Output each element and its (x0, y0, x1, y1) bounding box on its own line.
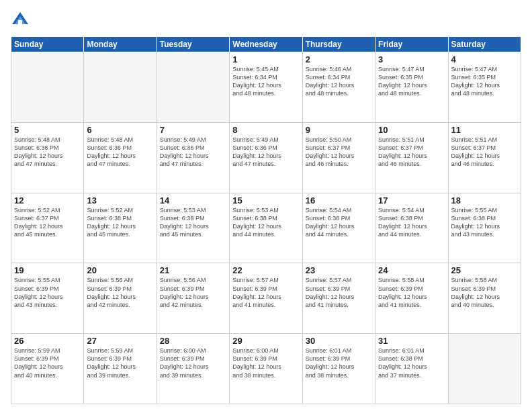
day-cell (11, 52, 84, 123)
day-cell: 25Sunrise: 5:58 AM Sunset: 6:39 PM Dayli… (448, 263, 521, 334)
day-info: Sunrise: 5:54 AM Sunset: 6:38 PM Dayligh… (378, 206, 445, 239)
day-number: 25 (451, 265, 518, 275)
day-number: 4 (451, 54, 518, 64)
header-friday: Friday (375, 37, 448, 52)
day-info: Sunrise: 5:49 AM Sunset: 6:36 PM Dayligh… (232, 136, 299, 169)
day-number: 9 (306, 125, 372, 135)
day-info: Sunrise: 5:52 AM Sunset: 6:38 PM Dayligh… (87, 206, 153, 239)
day-number: 6 (87, 125, 153, 135)
day-cell: 26Sunrise: 5:59 AM Sunset: 6:39 PM Dayli… (11, 334, 84, 404)
day-info: Sunrise: 5:57 AM Sunset: 6:39 PM Dayligh… (232, 276, 299, 309)
day-cell: 5Sunrise: 5:48 AM Sunset: 6:36 PM Daylig… (11, 122, 84, 193)
day-info: Sunrise: 5:50 AM Sunset: 6:37 PM Dayligh… (306, 136, 372, 169)
day-cell: 19Sunrise: 5:55 AM Sunset: 6:39 PM Dayli… (11, 263, 84, 334)
header-thursday: Thursday (302, 37, 375, 52)
day-info: Sunrise: 6:01 AM Sunset: 6:39 PM Dayligh… (306, 347, 372, 379)
day-cell: 24Sunrise: 5:58 AM Sunset: 6:39 PM Dayli… (375, 263, 448, 334)
day-number: 27 (87, 336, 153, 346)
day-cell (84, 52, 157, 123)
week-row-4: 19Sunrise: 5:55 AM Sunset: 6:39 PM Dayli… (11, 263, 521, 334)
day-cell (448, 334, 521, 404)
day-cell: 15Sunrise: 5:53 AM Sunset: 6:38 PM Dayli… (230, 193, 302, 263)
day-cell: 20Sunrise: 5:56 AM Sunset: 6:39 PM Dayli… (84, 263, 157, 334)
day-cell: 22Sunrise: 5:57 AM Sunset: 6:39 PM Dayli… (230, 263, 302, 334)
day-number: 10 (378, 125, 445, 135)
day-number: 2 (306, 54, 372, 64)
day-info: Sunrise: 5:52 AM Sunset: 6:37 PM Dayligh… (14, 206, 81, 239)
day-cell: 21Sunrise: 5:56 AM Sunset: 6:39 PM Dayli… (157, 263, 229, 334)
day-cell: 16Sunrise: 5:54 AM Sunset: 6:38 PM Dayli… (302, 193, 375, 263)
header-monday: Monday (84, 37, 157, 52)
day-number: 19 (14, 265, 81, 275)
day-info: Sunrise: 6:00 AM Sunset: 6:39 PM Dayligh… (232, 347, 299, 379)
day-cell: 30Sunrise: 6:01 AM Sunset: 6:39 PM Dayli… (302, 334, 375, 404)
day-number: 30 (306, 336, 372, 346)
logo-icon (11, 11, 30, 30)
header-sunday: Sunday (11, 37, 84, 52)
day-info: Sunrise: 5:51 AM Sunset: 6:37 PM Dayligh… (378, 136, 445, 169)
day-cell: 2Sunrise: 5:46 AM Sunset: 6:34 PM Daylig… (302, 52, 375, 123)
day-cell: 23Sunrise: 5:57 AM Sunset: 6:39 PM Dayli… (302, 263, 375, 334)
day-info: Sunrise: 5:58 AM Sunset: 6:39 PM Dayligh… (451, 276, 518, 309)
day-number: 8 (232, 125, 299, 135)
day-number: 14 (160, 195, 226, 205)
day-number: 16 (306, 195, 372, 205)
day-cell: 14Sunrise: 5:53 AM Sunset: 6:38 PM Dayli… (157, 193, 229, 263)
week-row-2: 5Sunrise: 5:48 AM Sunset: 6:36 PM Daylig… (11, 122, 521, 193)
day-cell: 12Sunrise: 5:52 AM Sunset: 6:37 PM Dayli… (11, 193, 84, 263)
logo (11, 11, 31, 30)
day-cell: 8Sunrise: 5:49 AM Sunset: 6:36 PM Daylig… (230, 122, 302, 193)
day-info: Sunrise: 6:01 AM Sunset: 6:38 PM Dayligh… (378, 347, 445, 379)
day-cell: 7Sunrise: 5:49 AM Sunset: 6:36 PM Daylig… (157, 122, 229, 193)
header-wednesday: Wednesday (230, 37, 302, 52)
header-saturday: Saturday (448, 37, 521, 52)
day-info: Sunrise: 5:47 AM Sunset: 6:35 PM Dayligh… (378, 65, 445, 98)
day-number: 11 (451, 125, 518, 135)
day-number: 13 (87, 195, 153, 205)
day-cell: 13Sunrise: 5:52 AM Sunset: 6:38 PM Dayli… (84, 193, 157, 263)
day-info: Sunrise: 5:53 AM Sunset: 6:38 PM Dayligh… (232, 206, 299, 239)
day-info: Sunrise: 5:49 AM Sunset: 6:36 PM Dayligh… (160, 136, 226, 169)
svg-rect-2 (18, 20, 22, 24)
day-info: Sunrise: 5:48 AM Sunset: 6:36 PM Dayligh… (14, 136, 81, 169)
day-info: Sunrise: 5:59 AM Sunset: 6:39 PM Dayligh… (14, 347, 81, 379)
day-cell: 1Sunrise: 5:45 AM Sunset: 6:34 PM Daylig… (230, 52, 302, 123)
day-cell: 9Sunrise: 5:50 AM Sunset: 6:37 PM Daylig… (302, 122, 375, 193)
day-number: 31 (378, 336, 445, 346)
day-number: 28 (160, 336, 226, 346)
day-cell: 31Sunrise: 6:01 AM Sunset: 6:38 PM Dayli… (375, 334, 448, 404)
day-number: 20 (87, 265, 153, 275)
day-number: 17 (378, 195, 445, 205)
day-number: 1 (232, 54, 299, 64)
day-info: Sunrise: 5:58 AM Sunset: 6:39 PM Dayligh… (378, 276, 445, 309)
calendar-header-row: SundayMondayTuesdayWednesdayThursdayFrid… (11, 37, 521, 52)
day-number: 12 (14, 195, 81, 205)
header-tuesday: Tuesday (157, 37, 229, 52)
day-info: Sunrise: 5:48 AM Sunset: 6:36 PM Dayligh… (87, 136, 153, 169)
day-cell: 10Sunrise: 5:51 AM Sunset: 6:37 PM Dayli… (375, 122, 448, 193)
day-number: 23 (306, 265, 372, 275)
day-info: Sunrise: 5:54 AM Sunset: 6:38 PM Dayligh… (306, 206, 372, 239)
day-info: Sunrise: 5:57 AM Sunset: 6:39 PM Dayligh… (306, 276, 372, 309)
day-number: 15 (232, 195, 299, 205)
day-info: Sunrise: 5:56 AM Sunset: 6:39 PM Dayligh… (160, 276, 226, 309)
day-cell: 27Sunrise: 5:59 AM Sunset: 6:39 PM Dayli… (84, 334, 157, 404)
day-number: 24 (378, 265, 445, 275)
calendar-table: SundayMondayTuesdayWednesdayThursdayFrid… (11, 36, 521, 404)
day-info: Sunrise: 5:53 AM Sunset: 6:38 PM Dayligh… (160, 206, 226, 239)
week-row-3: 12Sunrise: 5:52 AM Sunset: 6:37 PM Dayli… (11, 193, 521, 263)
day-number: 18 (451, 195, 518, 205)
day-number: 5 (14, 125, 81, 135)
day-info: Sunrise: 5:55 AM Sunset: 6:38 PM Dayligh… (451, 206, 518, 239)
day-info: Sunrise: 5:55 AM Sunset: 6:39 PM Dayligh… (14, 276, 81, 309)
page: SundayMondayTuesdayWednesdayThursdayFrid… (0, 0, 532, 411)
day-info: Sunrise: 5:46 AM Sunset: 6:34 PM Dayligh… (306, 65, 372, 98)
day-info: Sunrise: 5:59 AM Sunset: 6:39 PM Dayligh… (87, 347, 153, 379)
day-info: Sunrise: 5:51 AM Sunset: 6:37 PM Dayligh… (451, 136, 518, 169)
day-cell: 3Sunrise: 5:47 AM Sunset: 6:35 PM Daylig… (375, 52, 448, 123)
day-cell: 11Sunrise: 5:51 AM Sunset: 6:37 PM Dayli… (448, 122, 521, 193)
week-row-1: 1Sunrise: 5:45 AM Sunset: 6:34 PM Daylig… (11, 52, 521, 123)
day-cell: 4Sunrise: 5:47 AM Sunset: 6:35 PM Daylig… (448, 52, 521, 123)
day-info: Sunrise: 5:45 AM Sunset: 6:34 PM Dayligh… (232, 65, 299, 98)
header (11, 11, 521, 30)
